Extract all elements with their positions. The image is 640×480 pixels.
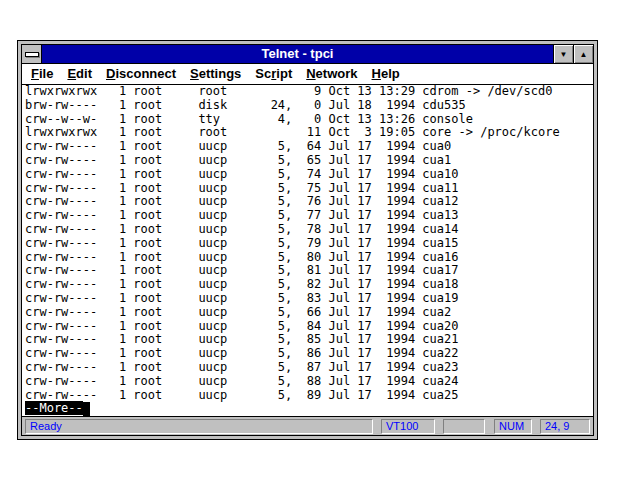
more-prompt: --More-- [25,401,83,415]
menu-item-disconnect[interactable]: Disconnect [99,64,183,84]
window-title: Telnet - tpci [42,45,553,63]
system-menu-icon [25,52,39,57]
more-prompt-line: --More-- [25,402,593,416]
title-bar[interactable]: Telnet - tpci ▼ ▲ [22,45,593,63]
empty-status-panel [443,419,485,434]
menu-item-script[interactable]: Script [248,64,299,84]
minimize-button[interactable]: ▼ [553,45,573,63]
status-message-panel: Ready [25,419,373,434]
window-inner-frame: Telnet - tpci ▼ ▲ FileEditDisconnectSett… [21,44,594,436]
terminal-emulation-panel: VT100 [381,419,435,434]
cursor-position-indicator: 24, 9 [540,419,590,434]
menu-item-help[interactable]: Help [365,64,407,84]
minimize-icon: ▼ [560,50,568,59]
system-menu-button[interactable] [22,45,42,63]
menu-item-network[interactable]: Network [299,64,364,84]
menu-bar: FileEditDisconnectSettingsScriptNetworkH… [22,63,593,85]
status-bar: Ready VT100 NUM 24, 9 [22,416,593,435]
maximize-icon: ▲ [580,50,588,59]
terminal-viewport[interactable]: lrwxrwxrwx 1 root root 9 Oct 13 13:29 cd… [22,85,593,416]
maximize-button[interactable]: ▲ [573,45,593,63]
terminal-cursor [83,402,90,416]
menu-item-settings[interactable]: Settings [183,64,248,84]
telnet-window: Telnet - tpci ▼ ▲ FileEditDisconnectSett… [17,40,598,440]
desktop: { "window": { "title": "Telnet - tpci", … [0,0,640,480]
numlock-indicator: NUM [494,419,532,434]
terminal-output: lrwxrwxrwx 1 root root 9 Oct 13 13:29 cd… [25,85,593,402]
menu-item-file[interactable]: File [24,64,60,84]
menu-item-edit[interactable]: Edit [60,64,99,84]
